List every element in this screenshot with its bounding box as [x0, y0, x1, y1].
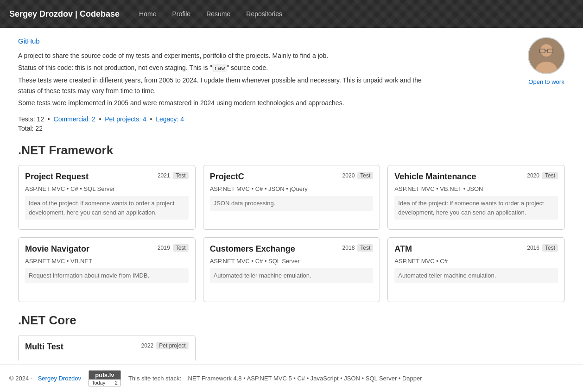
card-year: 2019	[158, 245, 170, 251]
legacy-link[interactable]: Legacy: 4	[156, 115, 184, 123]
card-header: ProjectC 2020 Test	[210, 172, 374, 182]
card-meta: 2020 Test	[342, 172, 374, 179]
commercial-label: Commercial:	[54, 115, 92, 123]
card-tech: ASP.NET MVC • VB.NET	[25, 258, 189, 265]
nav-home[interactable]: Home	[133, 7, 162, 20]
card-meta: 2019 Test	[158, 244, 189, 252]
avatar	[528, 37, 565, 74]
card-tech: ASP.NET MVC • C# • SQL Server	[25, 185, 189, 192]
card-desc: Automated teller machine emulation.	[394, 268, 558, 283]
card-vehicle-maintenance[interactable]: Vehicle Maintenance 2020 Test ASP.NET MV…	[387, 165, 565, 230]
commercial-link[interactable]: Commercial: 2	[54, 115, 97, 123]
card-badge: Test	[357, 172, 373, 179]
card-badge: Pet project	[156, 342, 188, 349]
site-title: Sergey Drozdov | Codebase	[9, 9, 120, 19]
total-count: Total: 22	[18, 125, 565, 132]
card-tech: ASP.NET MVC • C# • JSON • jQuery	[210, 185, 374, 192]
card-desc: Idea of the project: if someone wants to…	[25, 196, 189, 220]
card-tech: ASP.NET MVC • C# • SQL Server	[210, 258, 374, 265]
tech-stack-value: .NET Framework 4.8 • ASP.NET MVC 5 • C# …	[186, 375, 422, 382]
intro-line1: A project to share the source code of my…	[18, 51, 435, 61]
card-desc: JSON data processing.	[210, 196, 374, 211]
profile-section: Open to work	[528, 37, 565, 85]
card-year: 2016	[527, 245, 539, 251]
footer-copyright: © 2024 -	[9, 375, 32, 382]
pet-label: Pet projects:	[105, 115, 143, 123]
puls-badge-bottom: Today 2	[89, 379, 120, 386]
legacy-label: Legacy:	[156, 115, 180, 123]
card-year: 2021	[158, 172, 170, 179]
puls-badge-top: puls.lv	[89, 371, 120, 379]
legacy-count: 4	[180, 115, 184, 123]
main-content: Open to work GitHub A project to share t…	[9, 28, 574, 388]
card-header: Vehicle Maintenance 2020 Test	[394, 172, 558, 182]
card-meta: 2020 Test	[527, 172, 558, 179]
cards-grid-core-row1: Multi Test 2022 Pet project	[18, 335, 565, 360]
intro-line2-after: " source code.	[227, 64, 268, 71]
card-core-partial[interactable]: Multi Test 2022 Pet project	[18, 335, 196, 360]
tests-label: Tests:	[18, 115, 37, 123]
card-meta: 2018 Test	[342, 244, 374, 252]
card-badge: Test	[542, 172, 558, 179]
github-link[interactable]: GitHub	[18, 37, 40, 45]
card-title: Customers Exchange	[210, 244, 295, 254]
card-movie-navigator[interactable]: Movie Navigator 2019 Test ASP.NET MVC • …	[18, 237, 196, 302]
card-badge: Test	[173, 172, 189, 179]
card-badge: Test	[357, 244, 373, 252]
card-atm[interactable]: ATM 2016 Test ASP.NET MVC • C# Automated…	[387, 237, 565, 302]
card-desc: Automated teller machine emulation.	[210, 268, 374, 283]
header: Sergey Drozdov | Codebase Home Profile R…	[0, 0, 583, 28]
stats-row: Tests: 12 • Commercial: 2 • Pet projects…	[18, 115, 565, 123]
tech-stack: This site tech stack: .NET Framework 4.8…	[128, 375, 574, 382]
card-desc: Idea of the project: if someone wants to…	[394, 196, 558, 220]
pet-count: 4	[143, 115, 146, 123]
puls-badge[interactable]: puls.lv Today 2	[89, 370, 121, 386]
intro-line2: Status of this code: this is not product…	[18, 63, 435, 73]
cards-grid-row2: Movie Navigator 2019 Test ASP.NET MVC • …	[18, 237, 565, 302]
open-to-work-link[interactable]: Open to work	[528, 78, 564, 85]
card-project-request[interactable]: Project Request 2021 Test ASP.NET MVC • …	[18, 165, 196, 230]
card-title: ProjectC	[210, 172, 244, 182]
card-header: Customers Exchange 2018 Test	[210, 244, 374, 254]
card-year: 2020	[342, 172, 355, 179]
card-title: ATM	[394, 244, 412, 254]
intro-line3: These tests were created in different ye…	[18, 75, 435, 96]
card-customers-exchange[interactable]: Customers Exchange 2018 Test ASP.NET MVC…	[203, 237, 380, 302]
card-year: 2020	[527, 172, 539, 179]
card-year: 2018	[342, 245, 355, 251]
card-meta: 2016 Test	[527, 244, 558, 252]
tech-stack-label: This site tech stack:	[128, 375, 181, 382]
section-heading-dotnet-core: .NET Core	[18, 313, 565, 328]
card-tech: ASP.NET MVC • VB.NET • JSON	[394, 185, 558, 192]
nav-profile[interactable]: Profile	[166, 7, 196, 20]
card-title: Movie Navigator	[25, 244, 89, 254]
card-header: Multi Test 2022 Pet project	[25, 342, 189, 352]
section-heading-dotnet-framework: .NET Framework	[18, 143, 565, 158]
card-tech: ASP.NET MVC • C#	[394, 258, 558, 265]
footer-left: © 2024 - Sergey Drozdov	[9, 375, 81, 382]
cards-grid-row1: Project Request 2021 Test ASP.NET MVC • …	[18, 165, 565, 230]
card-badge: Test	[542, 244, 558, 252]
dotnet-core-cards-partial: Multi Test 2022 Pet project	[18, 335, 565, 360]
nav-resume[interactable]: Resume	[201, 7, 236, 20]
card-header: Movie Navigator 2019 Test	[25, 244, 189, 254]
svg-point-1	[540, 44, 553, 57]
intro-code: raw	[212, 64, 227, 72]
tests-count: 12	[37, 115, 44, 123]
card-badge: Test	[173, 244, 189, 252]
card-desc: Request information about movie from IMD…	[25, 268, 189, 283]
nav-repositories[interactable]: Repositories	[241, 7, 288, 20]
card-header: Project Request 2021 Test	[25, 172, 189, 182]
pet-projects-link[interactable]: Pet projects: 4	[105, 115, 148, 123]
card-meta: 2022 Pet project	[141, 342, 189, 349]
intro-text: A project to share the source code of my…	[18, 51, 435, 108]
card-meta: 2021 Test	[158, 172, 189, 179]
card-projectc[interactable]: ProjectC 2020 Test ASP.NET MVC • C# • JS…	[203, 165, 380, 230]
card-header: ATM 2016 Test	[394, 244, 558, 254]
card-title: Multi Test	[25, 342, 63, 352]
card-title: Vehicle Maintenance	[394, 172, 476, 182]
footer-author-link[interactable]: Sergey Drozdov	[38, 375, 81, 382]
card-year: 2022	[141, 342, 154, 349]
puls-count: 2	[115, 380, 118, 386]
intro-line2-before: Status of this code: this is not product…	[18, 64, 212, 71]
